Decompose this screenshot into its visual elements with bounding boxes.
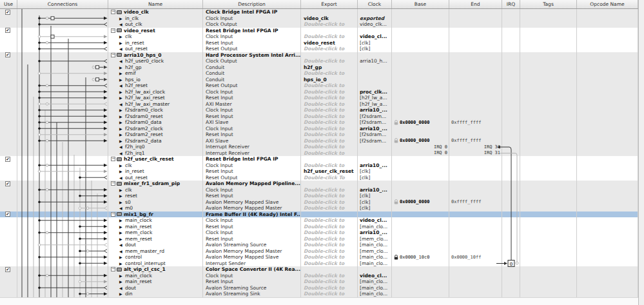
name-cell[interactable]: ▶h2f_gp	[108, 64, 203, 71]
collapse-icon[interactable]: −	[111, 181, 115, 186]
export-cell[interactable]	[301, 212, 358, 218]
base-cell[interactable]	[392, 224, 449, 230]
irq-cell[interactable]	[502, 95, 520, 101]
export-cell[interactable]: Double-click to	[301, 224, 358, 230]
pin-icon[interactable]	[394, 199, 398, 204]
clock-cell[interactable]	[358, 150, 392, 157]
export-cell[interactable]: h2f_gp	[301, 64, 358, 71]
base-cell[interactable]	[392, 175, 449, 181]
irq-cell[interactable]	[502, 89, 520, 95]
clock-cell[interactable]: video_clk...	[358, 21, 392, 28]
irq-cell[interactable]	[502, 261, 520, 267]
name-cell[interactable]: ▶in_clk	[108, 15, 203, 22]
pin-icon[interactable]	[394, 120, 398, 125]
export-cell[interactable]: Double-click to	[301, 138, 358, 144]
name-cell[interactable]: ▶f2sdram0_data	[108, 119, 203, 126]
name-cell[interactable]: −alt_vip_cl_csc_1	[108, 266, 203, 273]
export-cell[interactable]: Double-click to	[301, 199, 358, 206]
base-cell[interactable]	[392, 107, 449, 113]
export-cell[interactable]: Double-click to	[301, 113, 358, 120]
export-cell[interactable]: Double-click to	[301, 119, 358, 126]
name-cell[interactable]: ▶in_reset	[108, 40, 203, 46]
export-cell[interactable]: Double-click to	[301, 193, 358, 199]
name-cell[interactable]: ▶main_reset	[108, 224, 203, 230]
irq-cell[interactable]	[502, 273, 520, 279]
base-cell[interactable]	[392, 242, 449, 248]
base-cell[interactable]	[392, 217, 449, 224]
name-cell[interactable]: −h2f_user_clk_reset	[108, 156, 203, 162]
lock-icon[interactable]	[394, 255, 398, 260]
base-cell[interactable]	[392, 132, 449, 138]
base-cell[interactable]	[392, 248, 449, 255]
base-cell[interactable]: IRQ 0	[392, 144, 449, 150]
clock-cell[interactable]	[358, 212, 392, 218]
name-cell[interactable]: ▶main_clock	[108, 273, 203, 279]
name-cell[interactable]: ▶mem_reset	[108, 236, 203, 242]
clock-cell[interactable]: arria10_...	[358, 187, 392, 193]
irq-cell[interactable]	[502, 70, 520, 77]
clock-cell[interactable]: [main_clo...	[358, 242, 392, 248]
export-cell[interactable]: Double-click to	[301, 58, 358, 64]
base-cell[interactable]	[392, 52, 449, 59]
name-cell[interactable]: ▶control	[108, 254, 203, 261]
base-cell[interactable]	[392, 230, 449, 236]
name-cell[interactable]: ◀f2h_irq1	[108, 150, 203, 157]
export-cell[interactable]: Double-click to	[301, 107, 358, 113]
clock-cell[interactable]: [main_clo...	[358, 224, 392, 230]
clock-cell[interactable]: [h2f_lw_a...	[358, 101, 392, 108]
name-cell[interactable]: ▶f2sdram0_clock	[108, 107, 203, 113]
base-cell[interactable]	[392, 101, 449, 108]
base-cell[interactable]	[392, 21, 449, 28]
clock-cell[interactable]: [clk]	[358, 175, 392, 181]
clock-cell[interactable]	[358, 144, 392, 150]
base-cell[interactable]	[392, 28, 449, 34]
column-header-end[interactable]: End	[449, 0, 502, 8]
use-checkbox[interactable]: ✔	[5, 181, 10, 186]
export-cell[interactable]: Double-click to	[301, 261, 358, 267]
clock-cell[interactable]: [clk]	[358, 205, 392, 212]
irq-cell[interactable]	[502, 193, 520, 199]
export-cell[interactable]	[301, 266, 358, 273]
base-cell[interactable]	[392, 9, 449, 15]
name-cell[interactable]: ◀dout	[108, 242, 203, 248]
export-cell[interactable]	[301, 28, 358, 34]
base-cell[interactable]	[392, 113, 449, 120]
export-cell[interactable]: Double-click to	[301, 236, 358, 242]
name-cell[interactable]: ◀dout	[108, 285, 203, 291]
export-cell[interactable]: Double-click to	[301, 273, 358, 279]
irq-cell[interactable]	[502, 181, 520, 187]
use-checkbox[interactable]: ✔	[5, 212, 10, 217]
irq-cell[interactable]	[502, 266, 520, 273]
name-cell[interactable]: ▶h2f_lw_axi_reset	[108, 95, 203, 101]
use-checkbox[interactable]: ✔	[5, 267, 10, 272]
name-cell[interactable]: ▶f2sdram2_clock	[108, 126, 203, 132]
irq-cell[interactable]	[502, 291, 520, 297]
collapse-icon[interactable]: −	[111, 212, 115, 217]
export-cell[interactable]: Double-click to	[301, 187, 358, 193]
export-cell[interactable]: Double-click to	[301, 144, 358, 150]
irq-cell[interactable]	[502, 101, 520, 108]
clock-cell[interactable]	[358, 156, 392, 162]
column-header-connections[interactable]: Connections	[17, 0, 108, 8]
name-cell[interactable]: ▶f2sdram0_reset	[108, 113, 203, 120]
name-cell[interactable]: ▶hps_io	[108, 77, 203, 83]
column-header-tags[interactable]: Tags	[520, 0, 577, 8]
base-cell[interactable]: 0x0000_10c0	[392, 254, 449, 261]
name-cell[interactable]: ▶clk	[108, 34, 203, 40]
irq-cell[interactable]	[502, 126, 520, 132]
base-cell[interactable]	[392, 156, 449, 162]
base-cell[interactable]	[392, 58, 449, 64]
export-cell[interactable]: Double-click to	[301, 95, 358, 101]
clock-cell[interactable]: [main_clo...	[358, 261, 392, 267]
irq-cell[interactable]	[502, 254, 520, 261]
export-cell[interactable]: hps_io_0	[301, 77, 358, 83]
name-cell[interactable]: ◀h2f_reset	[108, 83, 203, 89]
irq-cell[interactable]	[502, 175, 520, 181]
irq-cell[interactable]	[502, 212, 520, 218]
clock-cell[interactable]: [mem_clo...	[358, 248, 392, 255]
export-cell[interactable]: video_clk	[301, 15, 358, 22]
irq-cell[interactable]	[502, 236, 520, 242]
irq-cell[interactable]	[502, 46, 520, 52]
name-cell[interactable]: ◀out_clk	[108, 21, 203, 28]
name-cell[interactable]: −video_clk	[108, 9, 203, 15]
